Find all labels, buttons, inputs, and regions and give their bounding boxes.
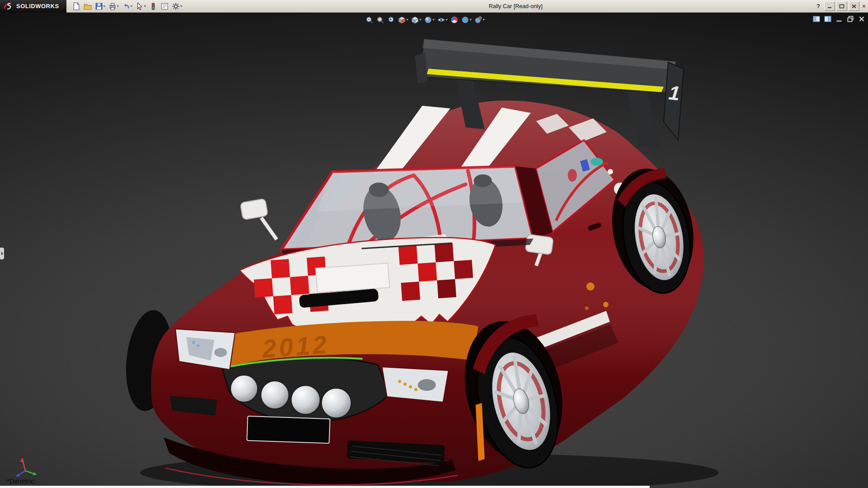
- zoom-to-area-button[interactable]: [375, 14, 385, 25]
- undo-icon: [122, 2, 130, 10]
- previous-view-icon: [387, 16, 395, 24]
- dropdown-arrow-icon[interactable]: ▾: [144, 5, 146, 8]
- fog-lamp: [261, 381, 289, 409]
- rebuild-icon: [149, 2, 157, 10]
- hide-show-items-button[interactable]: ▾: [436, 14, 448, 25]
- apply-scene-button[interactable]: ▾: [460, 14, 472, 25]
- options-button[interactable]: ▾: [170, 1, 184, 12]
- zoom-to-area-icon: [376, 16, 384, 24]
- heads-up-toolbar: ▾▾▾▾▾▾: [364, 14, 486, 25]
- restore-document-icon: [847, 16, 854, 22]
- dropdown-arrow-icon[interactable]: ▾: [117, 5, 119, 8]
- minimize-icon: [827, 4, 832, 9]
- view-settings-button[interactable]: ▾: [473, 14, 486, 25]
- hide-show-items-icon: [437, 16, 445, 24]
- window-title: Rally Car [Read-only]: [489, 0, 542, 13]
- right-headlight[interactable]: [382, 367, 448, 402]
- close-app-icon[interactable]: ×: [861, 3, 867, 9]
- print-icon: [108, 2, 117, 10]
- pane-left-icon: [813, 16, 820, 22]
- dropdown-arrow-icon[interactable]: ▾: [470, 18, 472, 22]
- new-document-icon: [72, 2, 80, 10]
- restore-document-button[interactable]: [847, 16, 854, 22]
- close-document-icon: [858, 16, 865, 22]
- select-icon: [136, 2, 144, 10]
- fog-lamp: [231, 375, 258, 402]
- pane-left-button[interactable]: [813, 16, 820, 22]
- wing-number-decal: 1: [668, 81, 681, 104]
- view-orientation-label: *Dimetric: [7, 477, 34, 485]
- x-axis-arrow: [20, 458, 24, 462]
- close-document-button[interactable]: [858, 16, 865, 22]
- help-button[interactable]: ?: [814, 1, 823, 11]
- dropdown-arrow-icon[interactable]: ▾: [406, 18, 408, 22]
- hood-scoop: [316, 263, 389, 292]
- minimize-document-button[interactable]: [835, 16, 843, 22]
- document-window-controls: [813, 16, 865, 22]
- solidworks-logo: SOLIDWORKS: [0, 0, 66, 13]
- print-button[interactable]: ▾: [107, 1, 120, 12]
- view-orientation-icon: [411, 16, 419, 24]
- minimize-document-icon: [835, 16, 843, 22]
- featuremanager-flyout-tab[interactable]: [0, 248, 4, 259]
- dropdown-arrow-icon[interactable]: ▾: [180, 5, 182, 8]
- status-strip: [0, 486, 650, 488]
- open-document-icon: [84, 2, 92, 10]
- display-style-icon: [424, 16, 432, 24]
- view-orientation-button[interactable]: ▾: [410, 14, 422, 25]
- main-toolbar: ▾▾▾▾▾: [71, 1, 184, 12]
- dropdown-arrow-icon[interactable]: ▾: [104, 5, 105, 8]
- zoom-to-fit-icon: [365, 16, 373, 24]
- save-button[interactable]: ▾: [94, 1, 107, 12]
- new-document-button[interactable]: [71, 1, 82, 12]
- close-window-button[interactable]: [849, 1, 859, 11]
- fog-lamp: [321, 388, 351, 418]
- close-icon: [851, 4, 857, 9]
- dropdown-arrow-icon[interactable]: ▾: [131, 5, 132, 8]
- display-style-button[interactable]: ▾: [423, 14, 435, 25]
- previous-view-button[interactable]: [386, 14, 396, 25]
- solidworks-logo-icon: [4, 2, 14, 10]
- pane-right-button[interactable]: [824, 16, 831, 22]
- pane-right-icon: [824, 16, 831, 22]
- left-mirror[interactable]: [240, 198, 277, 239]
- dropdown-arrow-icon[interactable]: ▾: [446, 18, 448, 22]
- dropdown-arrow-icon[interactable]: ▾: [483, 18, 485, 22]
- rally-car-model[interactable]: 1: [122, 39, 719, 488]
- window-controls: ? ×: [814, 1, 867, 11]
- titlebar: SOLIDWORKS ▾▾▾▾▾ Rally Car [Read-only] ?…: [0, 0, 868, 13]
- solidworks-window: SOLIDWORKS ▾▾▾▾▾ Rally Car [Read-only] ?…: [0, 0, 868, 488]
- open-document-button[interactable]: [82, 1, 93, 12]
- file-properties-icon: [160, 2, 169, 10]
- undo-button[interactable]: ▾: [121, 1, 134, 12]
- wing-support-right: [627, 89, 661, 148]
- apply-scene-icon: [461, 16, 469, 24]
- minimize-window-button[interactable]: [824, 1, 835, 11]
- scene-render: 1: [0, 13, 868, 488]
- options-icon: [172, 2, 180, 10]
- fog-lamp: [291, 385, 320, 414]
- save-icon: [95, 2, 103, 10]
- brand-name: SOLIDWORKS: [16, 3, 59, 9]
- section-view-icon: [398, 16, 406, 24]
- interior-accent: [590, 158, 603, 166]
- graphics-viewport[interactable]: 1: [0, 13, 868, 488]
- select-button[interactable]: ▾: [134, 1, 147, 12]
- dropdown-arrow-icon[interactable]: ▾: [433, 18, 434, 22]
- dropdown-arrow-icon[interactable]: ▾: [420, 18, 421, 22]
- view-settings-icon: [474, 16, 482, 24]
- zoom-to-fit-button[interactable]: [364, 14, 374, 25]
- rebuild-button[interactable]: [148, 1, 159, 12]
- edit-appearance-icon: [450, 16, 458, 24]
- license-plate[interactable]: [247, 416, 330, 443]
- maximize-icon: [839, 4, 844, 9]
- file-properties-button[interactable]: [159, 1, 170, 12]
- section-view-button[interactable]: ▾: [397, 14, 409, 25]
- maximize-window-button[interactable]: [836, 1, 847, 11]
- edit-appearance-button[interactable]: [449, 14, 459, 25]
